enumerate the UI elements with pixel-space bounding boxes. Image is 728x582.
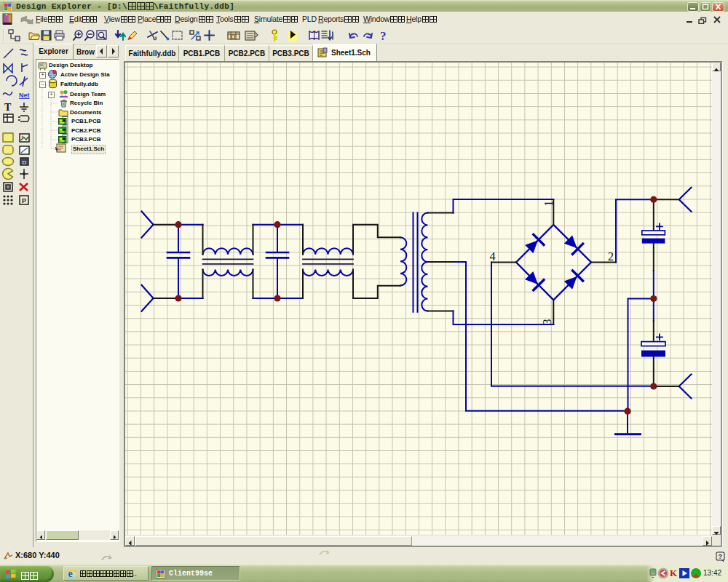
svg-text:1: 1 <box>542 201 555 207</box>
svg-text:e: e <box>68 568 73 578</box>
svg-text:2: 2 <box>608 250 614 263</box>
svg-text:P: P <box>22 197 26 204</box>
svg-text:T: T <box>4 102 12 113</box>
svg-text:4: 4 <box>490 250 496 263</box>
svg-text:Net: Net <box>19 92 30 99</box>
svg-text:3: 3 <box>541 319 553 325</box>
svg-text:?: ? <box>719 553 723 560</box>
svg-text:D: D <box>23 159 27 166</box>
svg-text:?: ? <box>380 29 387 43</box>
